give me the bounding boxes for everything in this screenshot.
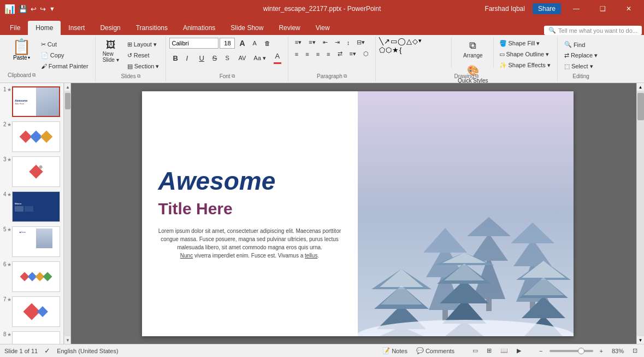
normal-view-button[interactable]: ▭ <box>470 347 480 354</box>
thumbnail-7[interactable]: 7★ <box>2 295 61 328</box>
tell-me-box[interactable]: 🔍 Tell me what you want to do... <box>544 26 642 35</box>
thumbnail-1[interactable]: 1★ Awesome Title Here <box>2 85 61 118</box>
fit-slide-button[interactable]: ⊡ <box>630 347 640 354</box>
notes-button[interactable]: 📝 Notes <box>380 347 410 354</box>
thumbnail-2[interactable]: 2★ <box>2 120 61 153</box>
shape-star-icon[interactable]: ★ <box>392 46 399 54</box>
tab-animations[interactable]: Animations <box>175 21 223 35</box>
thumbnail-8[interactable]: 8★ ■ ■ ■ ■ <box>2 330 61 344</box>
change-case-button[interactable]: Aa ▾ <box>250 53 269 63</box>
layout-button[interactable]: ⊞ Layout ▾ <box>124 39 163 50</box>
shrink-font-button[interactable]: A <box>250 38 260 48</box>
font-size-input[interactable] <box>220 38 235 49</box>
shape-arrow-icon[interactable]: ↗ <box>384 37 390 45</box>
tab-home[interactable]: Home <box>28 21 61 35</box>
section-button[interactable]: ▤ Section ▾ <box>124 61 163 72</box>
canvas-scroll-down[interactable]: ▼ <box>637 336 644 344</box>
shape-line-icon[interactable]: ╲ <box>379 37 383 45</box>
reading-view-button[interactable]: 📖 <box>498 347 510 354</box>
select-button[interactable]: ⬚ Select ▾ <box>561 61 601 72</box>
shape-diamond-icon[interactable]: ◇ <box>412 37 418 45</box>
undo-icon[interactable]: ↩ <box>31 5 37 13</box>
zoom-out-button[interactable]: − <box>537 348 545 354</box>
zoom-slider[interactable] <box>550 350 593 352</box>
new-slide-button[interactable]: 🖼 NewSlide ▾ <box>99 37 123 66</box>
scroll-up-button[interactable]: ▲ <box>64 83 71 91</box>
shape-bracket-icon[interactable]: { <box>399 46 401 54</box>
align-right-button[interactable]: ≡ <box>313 49 323 59</box>
line-spacing-button[interactable]: ↕ <box>344 38 353 48</box>
paragraph-expander[interactable]: ⧉ <box>344 73 347 79</box>
share-button[interactable]: Share <box>533 3 561 14</box>
shape-more-icon[interactable]: ▾ <box>418 37 422 45</box>
increase-indent-button[interactable]: ⇥ <box>332 37 343 48</box>
align-left-button[interactable]: ≡ <box>292 49 302 59</box>
minimize-button[interactable]: — <box>565 1 587 16</box>
cut-button[interactable]: ✂ Cut <box>38 39 92 50</box>
customize-icon[interactable]: ▼ <box>49 5 55 12</box>
bullets-button[interactable]: ≡▾ <box>292 37 305 48</box>
numbering-button[interactable]: ≡▾ <box>305 37 318 48</box>
paste-button[interactable]: 📋 Paste ▾ <box>9 38 34 62</box>
shape-circle-icon[interactable]: ◯ <box>398 37 406 45</box>
redo-icon[interactable]: ↪ <box>40 5 46 13</box>
thumbnail-6[interactable]: 6★ <box>2 260 61 293</box>
slide-show-button[interactable]: ▶ <box>515 347 523 354</box>
zoom-in-button[interactable]: + <box>598 348 605 354</box>
restore-button[interactable]: ❑ <box>592 1 613 16</box>
zoom-percent[interactable]: 83% <box>610 348 626 354</box>
slides-expander[interactable]: ⧉ <box>137 73 140 79</box>
scroll-down-button[interactable]: ▼ <box>64 336 71 344</box>
copy-button[interactable]: 📄 Copy <box>38 50 92 61</box>
tab-transitions[interactable]: Transitions <box>128 21 175 35</box>
thumbnail-5[interactable]: 5★ ■ Item <box>2 225 61 258</box>
columns-button[interactable]: ⊟▾ <box>353 37 368 48</box>
strikethrough-button[interactable]: S <box>209 52 221 64</box>
save-icon[interactable]: 💾 <box>19 5 27 13</box>
arrange-button[interactable]: ⧉ Arrange <box>454 37 492 61</box>
tab-insert[interactable]: Insert <box>61 21 92 35</box>
tab-view[interactable]: View <box>308 21 338 35</box>
bold-button[interactable]: B <box>169 52 181 64</box>
clear-format-button[interactable]: 🗑 <box>261 38 274 48</box>
format-painter-button[interactable]: 🖌 Format Painter <box>38 61 92 71</box>
decrease-indent-button[interactable]: ⇤ <box>320 37 331 48</box>
comments-button[interactable]: 💬 Comments <box>414 347 457 354</box>
align-text-button[interactable]: ≡▾ <box>346 49 359 59</box>
thumbnail-3[interactable]: 3★ <box>2 155 61 188</box>
tab-slideshow[interactable]: Slide Show <box>223 21 271 35</box>
slide-sorter-button[interactable]: ⊞ <box>485 347 494 354</box>
shape-effects-button[interactable]: ✨ Shape Effects ▾ <box>496 60 554 71</box>
grow-font-button[interactable]: A <box>236 37 248 49</box>
replace-button[interactable]: ⇄ Replace ▾ <box>561 50 601 61</box>
canvas-scroll-thumb[interactable] <box>637 93 644 120</box>
shape-hexagon-icon[interactable]: ⬡ <box>386 46 392 54</box>
font-name-input[interactable] <box>169 38 218 49</box>
canvas-scroll-up[interactable]: ▲ <box>637 83 644 91</box>
tab-review[interactable]: Review <box>271 21 308 35</box>
find-button[interactable]: 🔍 Find <box>561 39 601 50</box>
tab-design[interactable]: Design <box>92 21 128 35</box>
shape-pentagon-icon[interactable]: ⬠ <box>379 46 385 54</box>
font-expander[interactable]: ⧉ <box>232 73 235 79</box>
shape-outline-button[interactable]: ▭ Shape Outline ▾ <box>496 49 554 60</box>
shape-rect-icon[interactable]: ▭ <box>391 37 397 45</box>
scroll-thumb[interactable] <box>65 93 70 109</box>
underline-button[interactable]: U <box>196 52 208 64</box>
drawing-expander[interactable]: ⧉ <box>475 73 478 79</box>
tab-file[interactable]: File <box>2 21 28 35</box>
reset-button[interactable]: ↺ Reset <box>124 50 163 61</box>
close-button[interactable]: ✕ <box>618 1 640 16</box>
text-dir-button[interactable]: ⇄ <box>334 49 346 59</box>
align-center-button[interactable]: ≡ <box>302 49 312 59</box>
smartart-button[interactable]: ⬡ <box>360 49 372 59</box>
text-shadow-button[interactable]: S <box>222 53 234 63</box>
char-spacing-button[interactable]: AV <box>235 53 249 63</box>
font-color-button[interactable]: A <box>270 50 285 66</box>
thumbnail-4[interactable]: 4★ Winter <box>2 190 61 223</box>
italic-button[interactable]: I <box>182 52 194 64</box>
slide-title-sub[interactable]: Title Here <box>158 200 341 218</box>
slide-title-main[interactable]: Awesome <box>158 167 341 195</box>
shape-triangle-icon[interactable]: △ <box>406 37 412 45</box>
zoom-thumb[interactable] <box>578 348 584 354</box>
